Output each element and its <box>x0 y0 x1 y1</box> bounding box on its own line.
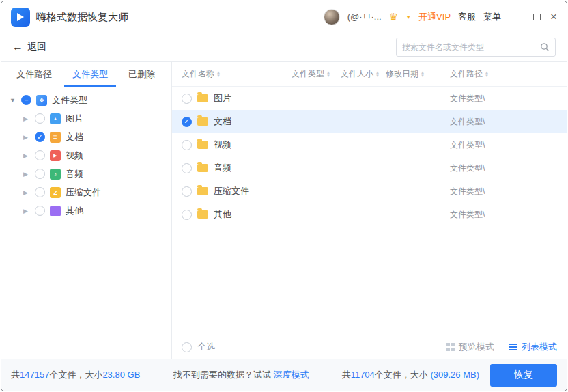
deep-scan-hint: 找不到需要的数据？试试 深度模式 <box>173 369 342 381</box>
row-path: 文件类型\ <box>450 209 567 221</box>
minimize-button[interactable]: — <box>514 12 524 23</box>
expand-icon[interactable]: ▶ <box>23 152 30 159</box>
checkbox-unchecked[interactable] <box>182 94 192 104</box>
checkbox-checked[interactable] <box>182 117 192 127</box>
deep-mode-link[interactable]: 深度模式 <box>274 369 309 380</box>
folder-icon <box>197 210 208 219</box>
total-count: 147157 <box>20 369 49 380</box>
archive-type-icon <box>50 187 61 198</box>
tab-file-path[interactable]: 文件路径 <box>8 62 60 87</box>
file-type-tree: ▼ 文件类型 ▶ 图片 ▶ 文档 ▶ <box>1 87 171 220</box>
other-type-icon <box>50 206 61 216</box>
file-table-panel: 文件名称 文件类型 文件大小 修改日期 文件路径 图片 文件类型\ 文档 文件类… <box>172 62 567 359</box>
recover-button[interactable]: 恢复 <box>490 364 557 387</box>
preview-mode-button[interactable]: 预览模式 <box>446 341 494 353</box>
column-header-date[interactable]: 修改日期 <box>386 68 450 80</box>
tree-item-documents[interactable]: ▶ 文档 <box>10 128 171 146</box>
tab-deleted[interactable]: 已删除 <box>120 62 163 87</box>
expand-icon[interactable]: ▶ <box>23 189 30 196</box>
account-chevron-down-icon[interactable]: ▼ <box>406 14 411 20</box>
tree-item-audio[interactable]: ▶ 音频 <box>10 165 171 183</box>
checkbox-unchecked[interactable] <box>35 150 45 160</box>
folder-icon <box>197 187 208 195</box>
maximize-button[interactable] <box>533 14 541 20</box>
app-logo-icon <box>11 8 30 27</box>
username[interactable]: (@·ㅂ·... <box>347 11 382 23</box>
tree-item-videos[interactable]: ▶ 视频 <box>10 146 171 165</box>
close-button[interactable]: × <box>550 10 557 24</box>
table-row[interactable]: 图片 文件类型\ <box>172 87 567 110</box>
row-path: 文件类型\ <box>450 139 567 151</box>
back-button[interactable]: ← 返回 <box>12 41 46 53</box>
app-window: 嗨格式数据恢复大师 (@·ㅂ·... ♛ ▼ 开通VIP 客服 菜单 — × ←… <box>1 1 567 391</box>
expand-icon[interactable]: ▶ <box>23 134 30 141</box>
sort-icon[interactable] <box>485 71 489 78</box>
table-row[interactable]: 音频 文件类型\ <box>172 156 567 180</box>
table-row-selected[interactable]: 文档 文件类型\ <box>172 110 567 133</box>
search-icon <box>540 42 550 52</box>
table-row[interactable]: 压缩文件 文件类型\ <box>172 180 567 203</box>
support-link[interactable]: 客服 <box>458 11 476 23</box>
checkbox-unchecked[interactable] <box>35 206 45 216</box>
row-name: 图片 <box>214 92 231 104</box>
list-mode-button[interactable]: 列表模式 <box>509 341 557 353</box>
tree-item-others[interactable]: ▶ 其他 <box>10 201 171 220</box>
search-box[interactable] <box>396 38 556 57</box>
user-avatar[interactable] <box>324 9 340 25</box>
expand-icon[interactable]: ▶ <box>23 208 30 214</box>
left-panel: 文件路径 文件类型 已删除 ▼ 文件类型 ▶ 图片 ▶ <box>1 62 172 359</box>
folder-icon <box>197 117 208 126</box>
table-row[interactable]: 其他 文件类型\ <box>172 203 567 226</box>
vip-crown-icon: ♛ <box>389 11 398 23</box>
checkbox-unchecked[interactable] <box>182 186 192 197</box>
toolbar: ← 返回 <box>1 33 567 62</box>
column-header-name[interactable]: 文件名称 <box>172 68 292 80</box>
checkbox-indeterminate[interactable] <box>21 95 31 105</box>
back-label: 返回 <box>27 41 46 53</box>
checkbox-unchecked[interactable] <box>182 163 192 173</box>
sort-icon[interactable] <box>421 71 425 78</box>
checkbox-checked[interactable] <box>35 132 45 142</box>
document-type-icon <box>50 132 61 143</box>
sort-icon[interactable] <box>216 71 221 78</box>
expand-icon[interactable]: ▶ <box>23 115 30 122</box>
expand-icon[interactable]: ▶ <box>23 171 30 178</box>
file-types-icon <box>36 95 47 106</box>
open-vip-link[interactable]: 开通VIP <box>418 11 451 23</box>
column-header-path[interactable]: 文件路径 <box>450 68 567 80</box>
tree-item-images[interactable]: ▶ 图片 <box>10 109 171 128</box>
app-title: 嗨格式数据恢复大师 <box>36 11 128 24</box>
expand-open-icon[interactable]: ▼ <box>10 97 16 104</box>
tree-item-archives[interactable]: ▶ 压缩文件 <box>10 183 171 201</box>
checkbox-unchecked[interactable] <box>182 210 192 220</box>
back-arrow-icon: ← <box>12 41 23 53</box>
left-tabs: 文件路径 文件类型 已删除 <box>1 62 171 87</box>
grid-view-icon <box>446 343 450 346</box>
selected-size: (309.26 MB) <box>430 369 479 380</box>
select-all-checkbox[interactable]: 全选 <box>182 341 215 353</box>
row-name: 压缩文件 <box>214 185 249 197</box>
column-header-size[interactable]: 文件大小 <box>341 68 386 80</box>
checkbox-unchecked[interactable] <box>35 169 45 179</box>
checkbox-unchecked[interactable] <box>35 113 45 124</box>
table-row[interactable]: 视频 文件类型\ <box>172 133 567 156</box>
column-header-type[interactable]: 文件类型 <box>292 68 341 80</box>
tree-root-file-types[interactable]: ▼ 文件类型 <box>10 91 171 109</box>
checkbox-unchecked[interactable] <box>35 187 45 197</box>
tree-root-label: 文件类型 <box>52 94 87 107</box>
tree-item-label: 图片 <box>66 113 83 125</box>
row-name: 文档 <box>214 115 231 128</box>
tab-file-type[interactable]: 文件类型 <box>64 62 116 87</box>
tree-item-label: 音频 <box>66 168 83 180</box>
row-path: 文件类型\ <box>450 93 567 104</box>
menu-link[interactable]: 菜单 <box>483 11 501 23</box>
checkbox-unchecked[interactable] <box>182 140 192 150</box>
sort-icon[interactable] <box>375 71 380 78</box>
checkbox-unchecked[interactable] <box>182 342 192 352</box>
tree-item-label: 文档 <box>66 131 83 143</box>
tree-item-label: 压缩文件 <box>66 186 101 199</box>
sort-icon[interactable] <box>326 71 330 78</box>
list-mode-label: 列表模式 <box>522 341 557 353</box>
search-input[interactable] <box>402 42 540 52</box>
titlebar: 嗨格式数据恢复大师 (@·ㅂ·... ♛ ▼ 开通VIP 客服 菜单 — × <box>1 1 567 33</box>
